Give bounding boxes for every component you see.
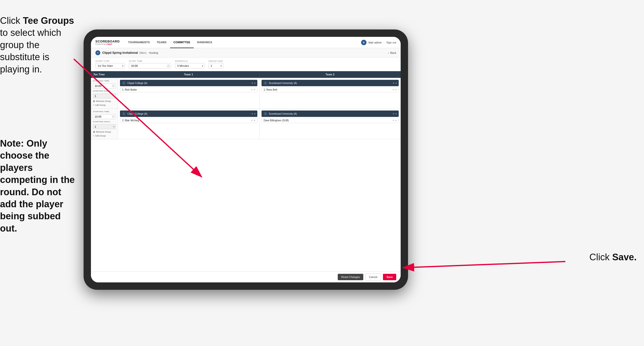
group1-teams: C Clippd College (A) ✕ ▾ 1. Rich Butler bbox=[118, 78, 401, 108]
group2-player2-remove-icon[interactable]: ✕ bbox=[392, 119, 394, 122]
group2-add-button[interactable]: + Add Group bbox=[93, 135, 116, 137]
group1-add-button[interactable]: + Add Group bbox=[93, 104, 116, 106]
group-row: STARTING TIME: 🕐 STARTING HOLE: 1 bbox=[91, 78, 401, 108]
annotation-tee-groups-bold: Tee Groups bbox=[23, 15, 74, 26]
group1-player2-card[interactable]: 1. Rees Britt ✕ ▾ bbox=[262, 87, 399, 92]
annotation-note-text: Note: Only choose the players competing … bbox=[0, 138, 75, 234]
breadcrumb-sub: (Men) bbox=[139, 51, 146, 54]
nav-teams[interactable]: TEAMS bbox=[154, 37, 170, 48]
intervals-field: Intervals 5 Minutes bbox=[175, 60, 204, 68]
header-tee-time: Tee Time bbox=[91, 71, 118, 78]
group1-hole-wrap: 1 bbox=[93, 94, 116, 98]
nav-tournaments[interactable]: TOURNAMENTS bbox=[124, 37, 154, 48]
nav-links: TOURNAMENTS TEAMS COMMITTEE RANKINGS bbox=[124, 37, 361, 48]
schedule-header: Tee Time Team 1 Team 2 bbox=[91, 71, 401, 78]
nav-rankings[interactable]: RANKINGS bbox=[194, 37, 216, 48]
group2-team2-name: Scoreboard University (A) bbox=[269, 112, 391, 115]
group2-player2-controls: ✕ ▾ bbox=[392, 119, 396, 122]
start-type-label: Start Type bbox=[95, 60, 125, 62]
annotation-left-top: Click Tee Groups to select which group t… bbox=[0, 15, 76, 75]
team1-avatar: C bbox=[122, 81, 126, 85]
player1-controls: ✕ ▾ bbox=[251, 88, 255, 91]
group2-player1-caret-icon[interactable]: ▾ bbox=[254, 119, 255, 122]
intervals-label: Intervals bbox=[175, 60, 204, 62]
group2-team1-name: Clippd College (A) bbox=[127, 112, 250, 115]
app-container: SCOREBOARD Powered by clippd TOURNAMENTS… bbox=[91, 37, 401, 282]
back-button[interactable]: ‹ Back bbox=[388, 51, 396, 54]
team2-controls: ✕ ▾ bbox=[392, 82, 397, 84]
breadcrumb-avatar: C bbox=[95, 50, 100, 55]
group1-left: STARTING TIME: 🕐 STARTING HOLE: 1 bbox=[91, 78, 118, 108]
intervals-select-wrap: 5 Minutes bbox=[175, 63, 204, 68]
group1-team1-col: C Clippd College (A) ✕ ▾ 1. Rich Butler bbox=[118, 78, 260, 108]
save-button[interactable]: Save bbox=[383, 274, 396, 280]
group2-player1-remove-icon[interactable]: ✕ bbox=[251, 119, 253, 122]
main-content: Start Type 1st Tee Start Start Time 🕐 bbox=[91, 57, 401, 282]
group2-team1-card[interactable]: C Clippd College (A) ✕ ▾ bbox=[120, 110, 257, 117]
annotation-click-text: Click bbox=[0, 15, 23, 26]
group1-remove-button[interactable]: 🗑 Remove Group bbox=[93, 100, 116, 102]
group-size-field: Group Size 2 bbox=[208, 60, 223, 68]
group1-team2-card[interactable]: S Scoreboard University (A) ✕ ▾ bbox=[262, 80, 399, 86]
team1-caret-icon[interactable]: ▾ bbox=[254, 82, 256, 84]
group2-team2-card[interactable]: S Scoreboard University (A) ✕ ▾ bbox=[262, 110, 399, 117]
tablet-device: SCOREBOARD Powered by clippd TOURNAMENTS… bbox=[84, 29, 408, 290]
group2-clock-icon: 🕐 bbox=[112, 115, 114, 118]
group2-team1-caret-icon[interactable]: ▾ bbox=[254, 112, 256, 115]
cancel-button[interactable]: Cancel bbox=[365, 274, 381, 281]
team1-remove-icon[interactable]: ✕ bbox=[251, 82, 253, 84]
group-size-select[interactable]: 2 bbox=[208, 63, 223, 68]
start-type-select-wrap: 1st Tee Start bbox=[95, 63, 125, 68]
reset-changes-button[interactable]: Reset Changes bbox=[338, 274, 363, 280]
team2-caret-icon[interactable]: ▾ bbox=[396, 82, 397, 84]
annotation-rest-text: to select which group the substitute is … bbox=[0, 27, 61, 74]
group1-team1-card[interactable]: C Clippd College (A) ✕ ▾ bbox=[120, 80, 257, 86]
team2-remove-icon[interactable]: ✕ bbox=[392, 82, 394, 84]
group1-hole-select[interactable]: 1 bbox=[93, 94, 116, 98]
nav-committee[interactable]: COMMITTEE bbox=[170, 37, 194, 48]
group2-team1-remove-icon[interactable]: ✕ bbox=[251, 112, 253, 115]
group2-hole-wrap: 1 bbox=[93, 124, 116, 129]
sign-out-link[interactable]: Sign out bbox=[386, 41, 396, 44]
action-bar: Reset Changes Cancel Save bbox=[91, 271, 401, 282]
group2-player1-name: 2. Blair McHarg bbox=[122, 119, 251, 122]
header-team2: Team 2 bbox=[259, 71, 401, 78]
group2-team2-remove-icon[interactable]: ✕ bbox=[392, 112, 394, 115]
team1-controls: ✕ ▾ bbox=[251, 82, 256, 84]
logo-area: SCOREBOARD Powered by clippd bbox=[95, 40, 120, 45]
group2-time-wrap: 🕐 bbox=[93, 114, 116, 119]
group2-team2-avatar: S bbox=[264, 112, 268, 116]
player1-caret-icon[interactable]: ▾ bbox=[254, 88, 255, 91]
player2-remove-icon[interactable]: ✕ bbox=[392, 88, 394, 91]
config-bar: Start Type 1st Tee Start Start Time 🕐 bbox=[91, 57, 401, 71]
group2-left: STARTING TIME: 🕐 STARTING HOLE: 1 bbox=[91, 108, 118, 139]
group2-player1-card[interactable]: 2. Blair McHarg ✕ ▾ bbox=[120, 118, 257, 123]
group2-team1-col: C Clippd College (A) ✕ ▾ 2. Blair McHarg bbox=[118, 108, 260, 139]
intervals-select[interactable]: 5 Minutes bbox=[175, 63, 204, 68]
player1-remove-icon[interactable]: ✕ bbox=[251, 88, 253, 91]
group1-clock-icon: 🕐 bbox=[112, 85, 114, 87]
group-row: STARTING TIME: 🕐 STARTING HOLE: 1 bbox=[91, 108, 401, 139]
user-avatar: B bbox=[361, 40, 366, 45]
group2-player2-card[interactable]: Dave Billingham (SUB) ✕ ▾ bbox=[262, 118, 399, 123]
group2-player2-caret-icon[interactable]: ▾ bbox=[395, 119, 396, 122]
player2-caret-icon[interactable]: ▾ bbox=[395, 88, 396, 91]
group2-player1-controls: ✕ ▾ bbox=[251, 119, 255, 122]
group2-team2-caret-icon[interactable]: ▾ bbox=[396, 112, 397, 115]
svg-line-2 bbox=[403, 262, 565, 268]
group2-remove-button[interactable]: 🗑 Remove Group bbox=[93, 131, 116, 133]
tablet-screen: SCOREBOARD Powered by clippd TOURNAMENTS… bbox=[91, 37, 401, 282]
start-type-select[interactable]: 1st Tee Start bbox=[95, 63, 125, 68]
logo-clippd: clippd bbox=[106, 43, 112, 45]
start-time-input[interactable] bbox=[129, 63, 171, 68]
start-time-input-wrap: 🕐 bbox=[129, 63, 171, 68]
group2-hole-select[interactable]: 1 bbox=[93, 124, 116, 129]
logo-scoreboard: SCOREBOARD bbox=[95, 40, 120, 43]
annotation-save-bold: Save. bbox=[612, 252, 637, 262]
group1-time-label: STARTING TIME: bbox=[93, 80, 116, 82]
annotation-right: Click Save. bbox=[590, 252, 637, 263]
group1-player1-card[interactable]: 1. Rich Butler ✕ ▾ bbox=[120, 87, 257, 92]
group-size-label: Group Size bbox=[208, 60, 223, 62]
group2-team1-controls: ✕ ▾ bbox=[251, 112, 256, 115]
group2-team2-controls: ✕ ▾ bbox=[392, 112, 397, 115]
